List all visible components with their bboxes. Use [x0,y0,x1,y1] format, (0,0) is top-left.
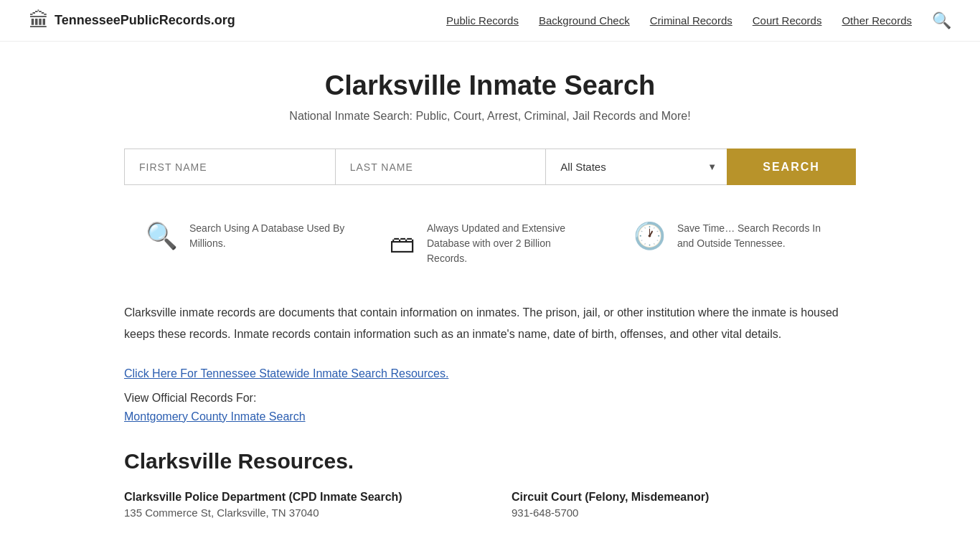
resource-circuit-address: 931-648-5700 [512,507,856,519]
resources-grid: Clarksville Police Department (CPD Inmat… [124,491,856,519]
search-form: All StatesAlabamaAlaskaArizonaArkansasCa… [124,149,856,185]
last-name-input[interactable] [335,149,546,185]
logo[interactable]: 🏛 TennesseePublicRecords.org [29,9,235,32]
logo-icon: 🏛 [29,9,49,32]
main-nav: Public Records Background Check Criminal… [446,11,951,30]
main-content: Clarksville Inmate Search National Inmat… [95,42,885,551]
feature-search: 🔍 Search Using A Database Used By Millio… [146,221,347,251]
resource-circuit-title: Circuit Court (Felony, Misdemeanor) [512,491,856,504]
nav-other-records[interactable]: Other Records [842,14,912,27]
database-icon: 🗃 [390,229,415,259]
feature-database-text: Always Updated and Extensive Database wi… [427,221,590,266]
first-name-input[interactable] [124,149,335,185]
feature-time-text: Save Time… Search Records In and Outside… [677,221,834,251]
nav-criminal-records[interactable]: Criminal Records [650,14,732,27]
state-select[interactable]: All StatesAlabamaAlaskaArizonaArkansasCa… [545,149,727,185]
tennessee-statewide-link[interactable]: Click Here For Tennessee Statewide Inmat… [124,367,448,380]
resource-item-cpd: Clarksville Police Department (CPD Inmat… [124,491,468,519]
page-subtitle: National Inmate Search: Public, Court, A… [124,110,856,123]
state-select-wrapper: All StatesAlabamaAlaskaArizonaArkansasCa… [545,149,727,185]
header-search-icon[interactable]: 🔍 [932,11,951,30]
logo-text: TennesseePublicRecords.org [55,13,235,28]
clock-icon: 🕐 [633,221,666,251]
nav-court-records[interactable]: Court Records [753,14,822,27]
view-official-label: View Official Records For: [124,392,856,405]
resources-title: Clarksville Resources. [124,449,856,474]
feature-time: 🕐 Save Time… Search Records In and Outsi… [633,221,834,251]
feature-database: 🗃 Always Updated and Extensive Database … [390,221,590,266]
header: 🏛 TennesseePublicRecords.org Public Reco… [0,0,980,42]
page-title: Clarksville Inmate Search [124,70,856,101]
nav-public-records[interactable]: Public Records [446,14,519,27]
feature-search-text: Search Using A Database Used By Millions… [189,221,347,251]
resource-cpd-address: 135 Commerce St, Clarksville, TN 37040 [124,507,468,519]
nav-background-check[interactable]: Background Check [539,14,630,27]
features-row: 🔍 Search Using A Database Used By Millio… [124,221,856,266]
magnifier-icon: 🔍 [146,221,178,251]
search-button[interactable]: SEARCH [727,149,856,185]
resource-item-circuit: Circuit Court (Felony, Misdemeanor) 931-… [512,491,856,519]
description-text: Clarksville inmate records are documents… [124,302,856,346]
montgomery-county-link[interactable]: Montgomery County Inmate Search [124,410,306,423]
resource-cpd-title: Clarksville Police Department (CPD Inmat… [124,491,468,504]
